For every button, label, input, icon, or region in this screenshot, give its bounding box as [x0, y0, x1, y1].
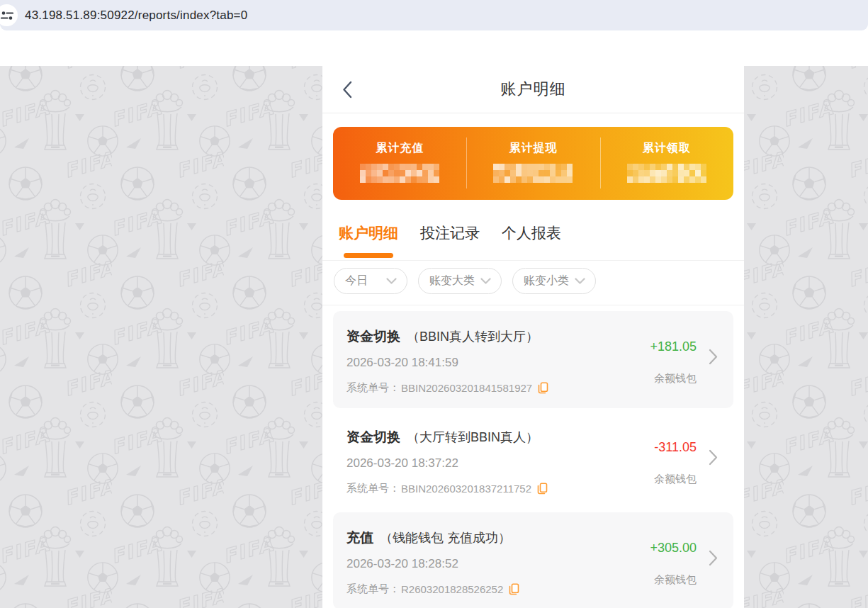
copy-icon[interactable] [538, 382, 548, 394]
wallet-label: 余额钱包 [654, 573, 697, 587]
transaction-row[interactable]: 充值（钱能钱包 充值成功） 2026-03-20 18:28:52 系统单号： … [333, 512, 733, 608]
transaction-type: 资金切换 [346, 429, 400, 444]
copy-icon[interactable] [509, 583, 519, 595]
filter-change-subcategory[interactable]: 账变小类 [512, 268, 596, 294]
transaction-amount: +305.00 [650, 541, 697, 556]
order-label: 系统单号： [346, 582, 400, 596]
transaction-list: 资金切换（BBIN真人转到大厅） 2026-03-20 18:41:59 系统单… [322, 305, 744, 608]
tab-account-details[interactable]: 账户明细 [339, 223, 398, 260]
transaction-datetime: 2026-03-20 18:41:59 [346, 356, 458, 370]
chevron-right-icon [709, 550, 718, 566]
summary-total-claimed: 累计领取 [600, 127, 733, 200]
redacted-value [493, 164, 573, 183]
tab-label: 投注记录 [420, 225, 480, 241]
transaction-order: 系统单号： R2603201828526252 [346, 582, 519, 596]
copy-icon[interactable] [537, 483, 548, 495]
site-settings-icon[interactable] [0, 4, 18, 26]
transaction-row[interactable]: 资金切换（BBIN真人转到大厅） 2026-03-20 18:41:59 系统单… [333, 311, 733, 408]
url-text: 43.198.51.89:50922/reports/index?tab=0 [25, 9, 247, 23]
transaction-order: 系统单号： BBIN202603201837211752 [346, 482, 548, 495]
browser-address-bar[interactable]: 43.198.51.89:50922/reports/index?tab=0 [0, 0, 868, 30]
summary-divider [466, 137, 467, 188]
chevron-down-icon [575, 278, 585, 285]
transaction-row[interactable]: 资金切换（大厅转到BBIN真人） 2026-03-20 18:37:22 系统单… [333, 412, 733, 509]
transaction-type: 充值 [346, 530, 373, 545]
chevron-right-icon [709, 449, 718, 466]
summary-total-withdraw: 累计提现 [466, 127, 599, 200]
filter-label: 账变小类 [524, 274, 569, 288]
chevron-left-icon [342, 81, 352, 98]
filter-label: 账变大类 [429, 274, 475, 288]
order-label: 系统单号： [346, 381, 400, 395]
redacted-value [627, 164, 706, 183]
tab-bet-records[interactable]: 投注记录 [420, 223, 480, 260]
order-number: BBIN202603201837211752 [401, 483, 531, 495]
transaction-order: 系统单号： BBIN202603201841581927 [346, 381, 548, 395]
summary-divider [600, 137, 601, 188]
transaction-title: 资金切换（大厅转到BBIN真人） [346, 428, 539, 446]
filter-date-range[interactable]: 今日 [334, 268, 407, 294]
transaction-title: 充值（钱能钱包 充值成功） [346, 529, 511, 547]
back-button[interactable] [342, 66, 367, 113]
transaction-datetime: 2026-03-20 18:28:52 [346, 557, 458, 571]
order-number: BBIN202603201841581927 [401, 382, 532, 394]
tab-bar: 账户明细 投注记录 个人报表 [322, 200, 744, 261]
tab-label: 个人报表 [502, 225, 561, 241]
filter-label: 今日 [345, 274, 368, 288]
transaction-detail: （大厅转到BBIN真人） [407, 430, 539, 444]
wallet-label: 余额钱包 [654, 473, 697, 486]
redacted-value [360, 164, 439, 183]
active-tab-underline [344, 253, 393, 258]
filter-change-category[interactable]: 账变大类 [418, 268, 502, 294]
summary-label: 累计提现 [509, 141, 557, 156]
transaction-detail: （BBIN真人转到大厅） [407, 330, 539, 344]
summary-label: 累计领取 [643, 141, 691, 156]
chevron-down-icon [386, 278, 397, 285]
transaction-type: 资金切换 [346, 329, 400, 344]
chevron-right-icon [709, 349, 718, 365]
tab-personal-report[interactable]: 个人报表 [502, 223, 561, 260]
app-header: 账户明细 [322, 66, 744, 113]
page-title: 账户明细 [501, 79, 566, 100]
wallet-label: 余额钱包 [654, 372, 697, 385]
summary-label: 累计充值 [376, 141, 424, 156]
order-label: 系统单号： [346, 482, 400, 495]
transaction-amount: +181.05 [650, 339, 697, 354]
transaction-datetime: 2026-03-20 18:37:22 [346, 456, 458, 471]
filter-bar: 今日 账变大类 账变小类 [322, 261, 744, 305]
tab-label: 账户明细 [339, 225, 398, 241]
order-number: R2603201828526252 [401, 583, 503, 595]
summary-total-deposit: 累计充值 [333, 127, 466, 200]
chevron-down-icon [480, 278, 491, 285]
transaction-title: 资金切换（BBIN真人转到大厅） [346, 327, 539, 346]
account-details-panel: 账户明细 累计充值 累计提现 累计领取 账户明细 投注记录 个人报表 [322, 66, 744, 608]
transaction-amount: -311.05 [654, 440, 697, 455]
summary-card: 累计充值 累计提现 累计领取 [333, 127, 733, 200]
transaction-detail: （钱能钱包 充值成功） [380, 531, 511, 545]
